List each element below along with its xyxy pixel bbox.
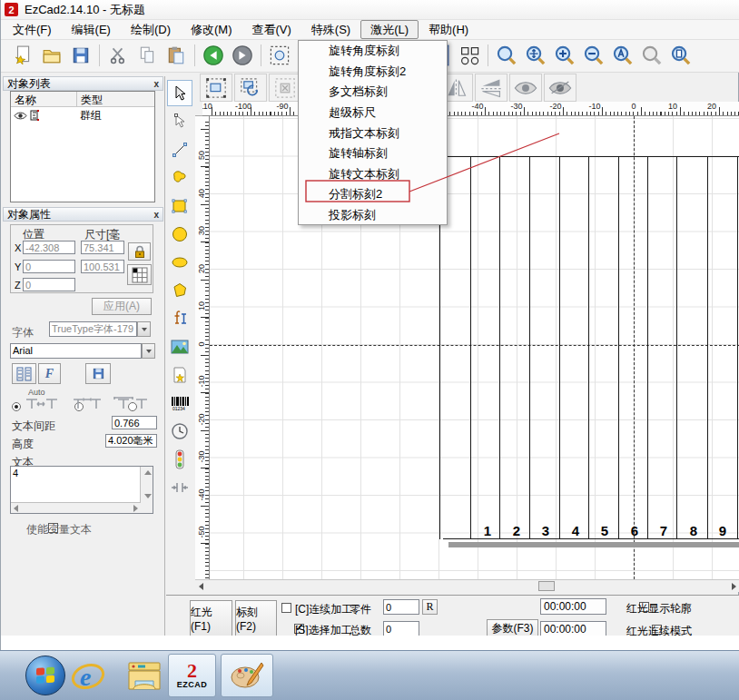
object-vertical-line[interactable]	[737, 156, 738, 539]
italic-font-button[interactable]: F	[38, 363, 61, 384]
object-vertical-line[interactable]	[529, 156, 530, 539]
reset-count-button[interactable]: R	[422, 599, 438, 615]
total-count-input[interactable]	[383, 621, 419, 636]
object-vertical-line[interactable]	[588, 156, 589, 539]
scroll-left-icon[interactable]	[14, 505, 18, 512]
height-size-input[interactable]	[81, 260, 124, 273]
taskbar-paint-button[interactable]	[221, 654, 273, 697]
zoom-selection-button[interactable]	[637, 41, 666, 70]
continuous-checkbox[interactable]	[281, 603, 291, 613]
zoom-page-button[interactable]	[666, 41, 695, 70]
font-type-dropdown[interactable]: TrueType字体-179	[49, 321, 151, 337]
line-tool[interactable]	[167, 136, 192, 163]
taskbar-ezcad-button[interactable]: 2 EZCAD	[168, 654, 216, 697]
zoom-in-button[interactable]	[550, 41, 579, 70]
select-param-button[interactable]	[265, 41, 294, 70]
x-position-input[interactable]	[23, 241, 75, 254]
text-hscrollbar[interactable]	[11, 502, 141, 513]
menu-special[interactable]: 特殊(S)	[301, 20, 360, 39]
object-vertical-line[interactable]	[559, 156, 560, 539]
canvas-scroll-left-icon[interactable]	[199, 583, 203, 590]
lock-ratio-button[interactable]	[128, 242, 151, 261]
segment-number[interactable]: 7	[655, 523, 673, 538]
font-type-arrow-icon[interactable]	[137, 321, 151, 337]
menu-laser[interactable]: 激光(L)	[360, 20, 419, 39]
scroll-up-icon[interactable]	[144, 470, 152, 475]
node-edit-tool[interactable]	[167, 108, 192, 134]
segment-number[interactable]: 4	[567, 523, 585, 538]
y-position-input[interactable]	[23, 260, 75, 273]
segment-number[interactable]: 5	[596, 523, 614, 538]
laser-menu-rotate-angle[interactable]: 旋转角度标刻	[299, 41, 447, 62]
explorer-button[interactable]	[123, 658, 165, 695]
canvas-scroll-right-icon[interactable]	[732, 583, 736, 590]
zoom-window-button[interactable]	[492, 41, 521, 70]
rectangle-tool[interactable]	[167, 192, 192, 219]
barcode-tool[interactable]: 01234	[167, 389, 192, 416]
laser-menu-multi-doc[interactable]: 多文档标刻	[299, 82, 447, 103]
segment-number[interactable]: 2	[507, 523, 526, 538]
zoom-pan-button[interactable]	[521, 41, 550, 70]
menu-draw[interactable]: 绘制(D)	[121, 20, 181, 39]
object-props-close-icon[interactable]: x	[153, 210, 159, 220]
apply-button[interactable]: 应用(A)	[92, 298, 152, 315]
segment-number[interactable]: 9	[714, 523, 732, 538]
laser-menu-super-ruler[interactable]: 超级标尺	[299, 103, 447, 123]
image-tool[interactable]	[167, 333, 192, 360]
segment-number[interactable]: 6	[626, 523, 644, 538]
laser-menu-split-mark2[interactable]: 分割标刻2	[299, 184, 447, 205]
font-name-dropdown[interactable]: Arial	[10, 343, 155, 359]
red-light-button[interactable]: 红光(F1)	[190, 600, 232, 636]
char-space-input[interactable]	[112, 416, 157, 429]
new-file-button[interactable]	[8, 41, 37, 70]
laser-menu-rotary-axis[interactable]: 旋转轴标刻	[299, 143, 447, 164]
paste-button[interactable]	[162, 41, 191, 70]
z-position-input[interactable]	[23, 278, 75, 291]
rotate-tool-button[interactable]	[234, 74, 267, 102]
column-header-type[interactable]: 类型	[77, 92, 154, 107]
object-vertical-line[interactable]	[647, 156, 648, 539]
save-font-param-button[interactable]	[85, 363, 111, 384]
drawing-canvas[interactable]: 1 2 3 4 5 6 7 8 9	[210, 116, 739, 579]
laser-menu-rotate-text[interactable]: 旋转文本标刻	[299, 164, 447, 185]
select-tool[interactable]	[167, 80, 192, 106]
segment-number[interactable]: 8	[685, 523, 703, 538]
object-vertical-line[interactable]	[470, 156, 471, 539]
menu-edit[interactable]: 编辑(E)	[62, 20, 121, 39]
part-count-input[interactable]	[383, 599, 419, 615]
column-header-name[interactable]: 名称	[11, 92, 77, 107]
open-file-button[interactable]	[37, 41, 66, 70]
undo-button[interactable]	[199, 41, 228, 70]
spacing-auto-radio[interactable]	[12, 402, 21, 411]
copy-button[interactable]	[133, 41, 162, 70]
internet-explorer-button[interactable]: e	[69, 658, 107, 695]
object-baseline[interactable]	[443, 538, 739, 539]
redo-button[interactable]	[228, 41, 257, 70]
object-list-close-icon[interactable]: x	[153, 79, 159, 89]
width-input[interactable]	[81, 241, 124, 254]
canvas-scroll-thumb[interactable]	[538, 581, 555, 591]
circle-tool[interactable]	[167, 221, 192, 247]
ellipse-tool[interactable]	[167, 249, 192, 275]
laser-menu-ring-text[interactable]: 戒指文本标刻	[299, 123, 447, 143]
vector-file-tool[interactable]	[167, 361, 192, 388]
mark-button[interactable]: 标刻(F2)	[235, 600, 277, 636]
array-grid-button[interactable]	[127, 264, 152, 285]
object-row[interactable]: 群组	[11, 107, 154, 123]
text-tool[interactable]	[167, 305, 192, 331]
menu-modify[interactable]: 修改(M)	[181, 20, 242, 39]
segment-number[interactable]: 3	[537, 523, 555, 538]
scroll-down-icon[interactable]	[144, 494, 152, 498]
polygon-tool[interactable]	[167, 277, 192, 303]
object-vertical-line[interactable]	[618, 156, 619, 539]
menu-file[interactable]: 文件(F)	[3, 20, 62, 39]
laser-menu-rotate-angle2[interactable]: 旋转角度标刻2	[299, 62, 447, 83]
text-content-input[interactable]: 4	[11, 467, 139, 501]
start-button[interactable]	[25, 656, 65, 695]
object-vertical-line[interactable]	[676, 156, 677, 539]
scroll-right-icon[interactable]	[133, 505, 138, 512]
text-layout-button[interactable]	[12, 363, 36, 384]
menu-help[interactable]: 帮助(H)	[419, 20, 478, 39]
preview-eye-button[interactable]	[509, 74, 542, 102]
traffic-light-tool[interactable]	[167, 446, 192, 472]
